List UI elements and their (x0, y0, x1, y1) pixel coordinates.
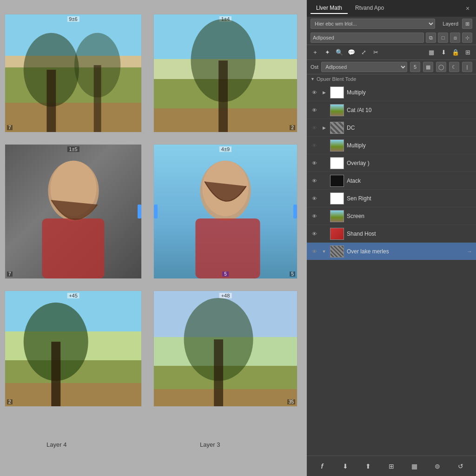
footer-icon-rotate[interactable]: ↺ (455, 461, 466, 472)
layer-item[interactable]: 👁 Sen Right (307, 190, 476, 207)
layer-name: Screen (347, 213, 472, 219)
ost-dropdown[interactable]: Adlposed (321, 62, 407, 72)
layer-name: Atack (347, 178, 472, 184)
ost-icon5[interactable]: | (462, 62, 472, 72)
layer-thumbnail (330, 210, 344, 222)
layer-thumbnail (330, 86, 344, 99)
layers-list: 👁 ▶ Multiply 👁 Cat /At 10 👁 ▶ DC 👁 Multi… (307, 84, 476, 456)
layer-expand-icon[interactable] (321, 107, 327, 113)
layer-thumbnail (330, 122, 344, 134)
layer-eye-icon[interactable]: 👁 (311, 212, 318, 220)
footer-icon-layer[interactable]: ▦ (409, 461, 420, 472)
layer-eye-icon[interactable]: 👁 (311, 124, 318, 132)
layer-expand-icon[interactable] (321, 142, 327, 149)
layer-thumbnail (330, 157, 344, 169)
close-button[interactable]: × (463, 4, 472, 13)
tool-grid[interactable]: ▦ (427, 48, 436, 57)
layer-name: DC (347, 125, 472, 131)
layer-item[interactable]: 👁 ▶ DC (307, 119, 476, 137)
layer-eye-icon[interactable]: 👁 (311, 159, 318, 167)
layer-eye-icon[interactable]: 👁 (311, 230, 318, 238)
canvas-area: 9±6 7 1±4 2 1±5 7 4±9 5 (0, 0, 307, 476)
footer-icon-fx[interactable]: f (317, 461, 328, 472)
input-icon2[interactable]: □ (438, 33, 448, 43)
search-dropdown[interactable]: Hier ebc wm lrlol... (311, 19, 435, 29)
layer-expand-icon[interactable] (321, 195, 327, 202)
tool-zoom[interactable]: 🔍 (335, 48, 344, 57)
layer-eye-icon[interactable]: 👁 (311, 106, 318, 114)
layer-item[interactable]: 👁 Multiply (307, 137, 476, 154)
layer-expand-icon[interactable] (321, 213, 327, 219)
tab-rtvand-apo[interactable]: Rtvand Apo (350, 3, 390, 14)
input-icon4[interactable]: ⊹ (462, 33, 472, 43)
layer-name: Overlay ) (347, 160, 472, 166)
ost-icon3[interactable]: ◯ (436, 62, 446, 72)
layer4-label: Layer 4 (46, 441, 66, 448)
footer-icon-history[interactable]: ⊚ (432, 461, 443, 472)
svg-rect-1 (46, 70, 56, 132)
layer-eye-icon[interactable]: 👁 (311, 89, 318, 96)
layer-eye-icon[interactable]: 👁 (311, 177, 318, 185)
layer-expand-icon[interactable] (321, 178, 327, 184)
layers-panel: Llver Math Rtvand Apo × Hier ebc wm lrlo… (307, 0, 476, 476)
layer-name: Shand Host (347, 231, 472, 237)
svg-rect-13 (51, 342, 60, 406)
input-icon3[interactable]: ⧈ (450, 33, 460, 43)
image-3[interactable]: 1±5 7 (5, 144, 142, 279)
image-6[interactable]: +48 35 (153, 291, 298, 407)
ost-icon2[interactable]: ▦ (423, 62, 433, 72)
tool-lock[interactable]: 🔒 (451, 48, 460, 57)
blend-arrow: ▼ (311, 77, 315, 81)
options-row: Ost Adlposed 5 ▦ ◯ ☾ | (307, 60, 476, 74)
tool-comment[interactable]: 💬 (347, 48, 356, 57)
footer-icon-group[interactable]: ⊞ (386, 461, 397, 472)
image-5[interactable]: +45 2 (5, 291, 142, 407)
layer-item[interactable]: 👁 ▶ Multiply (307, 84, 476, 101)
grid-view-button[interactable]: ⊞ (462, 19, 472, 29)
footer-icon-adjust[interactable]: ⬇ (340, 461, 351, 472)
layer-expand-icon[interactable]: ▶ (321, 125, 327, 131)
layer-item-selected[interactable]: 👁 ▼ Over lake merles → (307, 243, 476, 260)
layer-item[interactable]: 👁 Shand Host (307, 225, 476, 243)
tab-llver-math[interactable]: Llver Math (311, 3, 348, 14)
layer-thumbnail (330, 175, 344, 187)
layer-name: Cat /At 10 (347, 107, 472, 113)
layer-expand-icon[interactable] (321, 231, 327, 237)
layer-thumbnail (330, 228, 344, 240)
blend-label: Opuer Blent Tode (317, 76, 356, 82)
svg-rect-10 (195, 218, 260, 278)
tool-add[interactable]: + (311, 48, 320, 57)
ost-label: Ost (311, 64, 318, 70)
layer-eye-icon[interactable]: 👁 (311, 142, 318, 149)
layer-item[interactable]: 👁 Atack (307, 172, 476, 190)
svg-rect-3 (94, 65, 101, 132)
ost-icon1[interactable]: 5 (410, 62, 420, 72)
layer-item[interactable]: 👁 Cat /At 10 (307, 101, 476, 119)
img4-bottom-label: 5 (222, 271, 229, 277)
layer-expand-icon[interactable]: ▶ (321, 89, 327, 96)
layer-eye-icon[interactable]: 👁 (311, 195, 318, 202)
input-icon1[interactable]: ⧉ (426, 33, 436, 43)
layers-label: Layerd (443, 21, 458, 26)
layer-item[interactable]: 👁 Screen (307, 207, 476, 225)
image-1[interactable]: 9±6 7 (5, 14, 142, 132)
ost-icon4[interactable]: ☾ (449, 62, 459, 72)
tool-resize[interactable]: ⤢ (359, 48, 368, 57)
layer-name-input[interactable] (311, 33, 424, 43)
layer3-label: Layer 3 (200, 441, 220, 448)
layer-name: Multiply (347, 89, 472, 96)
layer-thumbnail (330, 192, 344, 205)
image-4[interactable]: 4±9 5 5 (153, 144, 298, 279)
tool-layout[interactable]: ⊞ (463, 48, 472, 57)
tool-move[interactable]: ✦ (323, 48, 332, 57)
layer-item[interactable]: 👁 Overlay ) (307, 154, 476, 172)
layer-expand-icon[interactable]: ▼ (321, 248, 327, 255)
layer-eye-icon[interactable]: 👁 (311, 248, 318, 255)
dropdown-row: Hier ebc wm lrlol... Layerd ⊞ (307, 17, 476, 31)
tool-download[interactable]: ⬇ (439, 48, 448, 57)
footer-icon-mask[interactable]: ⬆ (363, 461, 374, 472)
layer-expand-icon[interactable] (321, 160, 327, 166)
tool-cut[interactable]: ✂ (371, 48, 380, 57)
layer-name: Multiply (347, 142, 472, 149)
image-2[interactable]: 1±4 2 (153, 14, 298, 132)
